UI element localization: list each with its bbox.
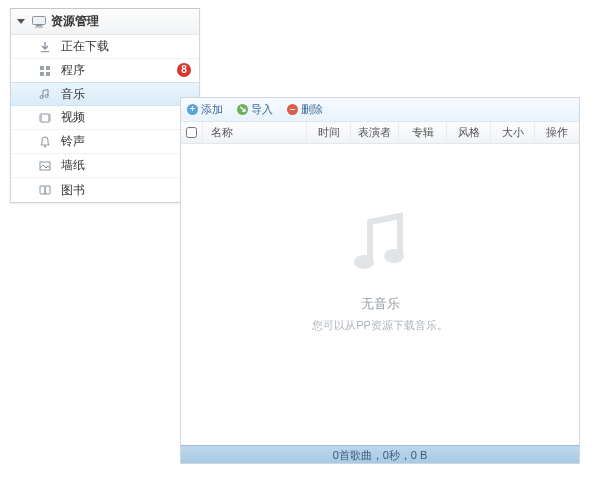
svg-rect-9: [40, 114, 42, 122]
svg-rect-6: [40, 72, 44, 76]
svg-rect-4: [40, 66, 44, 70]
plus-icon: +: [187, 104, 198, 115]
col-ops[interactable]: 操作: [535, 122, 579, 143]
table-body: 无音乐 您可以从PP资源下载音乐。: [181, 144, 579, 445]
sidebar-title: 资源管理: [51, 13, 99, 30]
sidebar-item-ringtone[interactable]: 铃声: [11, 130, 199, 154]
svg-point-11: [44, 145, 46, 147]
svg-rect-10: [48, 114, 50, 122]
svg-rect-1: [36, 25, 42, 26]
sidebar-item-label: 正在下载: [61, 38, 109, 55]
music-note-icon: [340, 273, 420, 287]
sidebar-item-label: 图书: [61, 182, 85, 199]
delete-label: 删除: [301, 102, 323, 117]
empty-title: 无音乐: [181, 295, 579, 313]
download-icon: [37, 39, 53, 55]
toolbar: + 添加 ↘ 导入 – 删除: [181, 98, 579, 122]
svg-rect-3: [41, 51, 49, 52]
status-bar: 0首歌曲，0秒，0 B: [181, 445, 579, 463]
col-time[interactable]: 时间: [307, 122, 351, 143]
monitor-icon: [32, 16, 46, 28]
sidebar-item-label: 程序: [61, 62, 85, 79]
wallpaper-icon: [37, 158, 53, 174]
minus-icon: –: [287, 104, 298, 115]
col-name[interactable]: 名称: [203, 122, 307, 143]
sidebar-item-label: 铃声: [61, 133, 85, 150]
col-album[interactable]: 专辑: [399, 122, 447, 143]
sidebar-item-label: 墙纸: [61, 157, 85, 174]
empty-hint: 您可以从PP资源下载音乐。: [181, 318, 579, 333]
music-icon: [37, 86, 53, 102]
svg-rect-5: [46, 66, 50, 70]
add-label: 添加: [201, 102, 223, 117]
svg-point-14: [384, 249, 404, 263]
import-button[interactable]: ↘ 导入: [237, 102, 273, 117]
svg-rect-2: [35, 26, 43, 27]
svg-rect-0: [33, 16, 46, 24]
import-icon: ↘: [237, 104, 248, 115]
sidebar-item-apps[interactable]: 程序 8: [11, 59, 199, 83]
sidebar-item-wallpaper[interactable]: 墙纸: [11, 154, 199, 178]
add-button[interactable]: + 添加: [187, 102, 223, 117]
delete-button[interactable]: – 删除: [287, 102, 323, 117]
sidebar-item-downloading[interactable]: 正在下载: [11, 35, 199, 59]
empty-state: 无音乐 您可以从PP资源下载音乐。: [181, 204, 579, 333]
badge-count: 8: [177, 63, 191, 77]
apps-icon: [37, 63, 53, 79]
table-header: 名称 时间 表演者 专辑 风格 大小 操作: [181, 122, 579, 144]
col-genre[interactable]: 风格: [447, 122, 491, 143]
col-size[interactable]: 大小: [491, 122, 535, 143]
import-label: 导入: [251, 102, 273, 117]
col-checkbox[interactable]: [181, 122, 203, 143]
sidebar-header[interactable]: 资源管理: [11, 9, 199, 35]
collapse-icon: [17, 19, 25, 24]
video-icon: [37, 110, 53, 126]
svg-rect-7: [46, 72, 50, 76]
col-artist[interactable]: 表演者: [351, 122, 399, 143]
sidebar-item-label: 视频: [61, 109, 85, 126]
sidebar: 资源管理 正在下载 程序 8 音乐 视频 铃声 墙纸: [10, 8, 200, 203]
sidebar-item-books[interactable]: 图书: [11, 178, 199, 202]
select-all-checkbox[interactable]: [186, 127, 197, 138]
ringtone-icon: [37, 134, 53, 150]
svg-point-13: [354, 255, 374, 269]
sidebar-item-label: 音乐: [61, 86, 85, 103]
status-text: 0首歌曲，0秒，0 B: [333, 449, 428, 461]
sidebar-item-video[interactable]: 视频: [11, 106, 199, 130]
books-icon: [37, 182, 53, 198]
music-panel: + 添加 ↘ 导入 – 删除 名称 时间 表演者 专辑 风格 大小 操作: [180, 97, 580, 464]
sidebar-item-music[interactable]: 音乐: [11, 82, 199, 106]
